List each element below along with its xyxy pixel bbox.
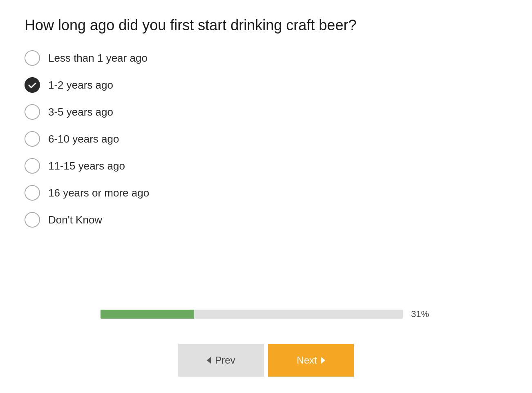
prev-button-label: Prev	[215, 355, 235, 366]
options-list: Less than 1 year ago 1-2 years ago 3-5 y…	[25, 50, 507, 228]
option-6[interactable]: 16 years or more ago	[25, 185, 507, 201]
option-label-6: 16 years or more ago	[48, 187, 149, 199]
option-2[interactable]: 1-2 years ago	[25, 77, 507, 93]
option-7[interactable]: Don't Know	[25, 212, 507, 228]
radio-option-5[interactable]	[25, 158, 40, 174]
chevron-right-icon	[321, 357, 325, 364]
option-label-7: Don't Know	[48, 214, 102, 226]
radio-option-1[interactable]	[25, 50, 40, 66]
radio-option-2[interactable]	[25, 77, 40, 93]
option-1[interactable]: Less than 1 year ago	[25, 50, 507, 66]
next-button-label: Next	[297, 355, 317, 366]
progress-bar-container	[101, 310, 403, 319]
option-3[interactable]: 3-5 years ago	[25, 104, 507, 120]
chevron-left-icon	[207, 357, 211, 364]
option-label-2: 1-2 years ago	[48, 79, 113, 92]
progress-bar-fill	[101, 310, 194, 319]
radio-option-7[interactable]	[25, 212, 40, 228]
progress-section: 31%	[25, 309, 507, 319]
progress-label: 31%	[411, 309, 431, 319]
option-4[interactable]: 6-10 years ago	[25, 131, 507, 147]
option-label-3: 3-5 years ago	[48, 106, 113, 118]
option-label-1: Less than 1 year ago	[48, 52, 148, 65]
option-label-4: 6-10 years ago	[48, 133, 119, 145]
prev-button[interactable]: Prev	[178, 344, 264, 377]
option-label-5: 11-15 years ago	[48, 160, 125, 172]
option-5[interactable]: 11-15 years ago	[25, 158, 507, 174]
radio-option-6[interactable]	[25, 185, 40, 201]
radio-option-3[interactable]	[25, 104, 40, 120]
radio-option-4[interactable]	[25, 131, 40, 147]
button-row: Prev Next	[25, 344, 507, 377]
next-button[interactable]: Next	[268, 344, 354, 377]
question-title: How long ago did you first start drinkin…	[25, 16, 507, 34]
